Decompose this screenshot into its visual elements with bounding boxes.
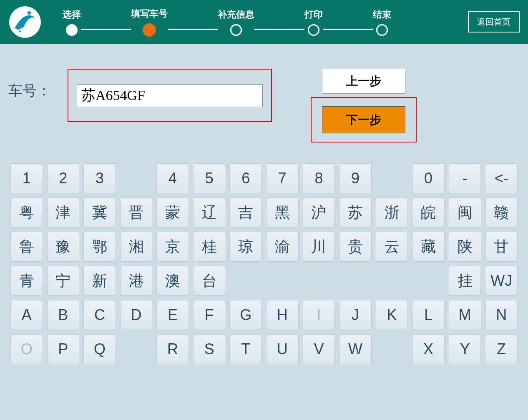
key-5[interactable]: 5 [193, 163, 226, 193]
key-鄂[interactable]: 鄂 [83, 232, 116, 262]
key-1[interactable]: 1 [10, 163, 43, 193]
key-桂[interactable]: 桂 [193, 232, 226, 262]
key-藏[interactable]: 藏 [412, 232, 445, 262]
key-苏[interactable]: 苏 [339, 198, 372, 228]
plate-input-highlight-box [68, 69, 272, 122]
key-Q[interactable]: Q [83, 334, 116, 364]
step-dot-active [143, 23, 156, 37]
key-甘[interactable]: 甘 [485, 232, 518, 262]
key-新[interactable]: 新 [83, 266, 116, 296]
key-I[interactable]: I [303, 300, 335, 330]
key-B[interactable]: B [47, 300, 80, 330]
step-label: 补充信息 [218, 8, 254, 21]
key-T[interactable]: T [229, 334, 262, 364]
nav-button-group: 上一步 下一步 [322, 69, 417, 142]
key-7[interactable]: 7 [266, 163, 299, 193]
key-O[interactable]: O [10, 334, 43, 364]
key-陕[interactable]: 陕 [449, 232, 481, 262]
key-W[interactable]: W [339, 334, 372, 364]
key-吉[interactable]: 吉 [229, 198, 262, 228]
keyboard-spacer [376, 266, 408, 296]
progress-stepper: 选择 填写车号 补充信息 打印 结束 [63, 8, 468, 37]
key--[interactable]: - [449, 163, 481, 193]
key-沪[interactable]: 沪 [303, 198, 335, 228]
header-bar: 选择 填写车号 补充信息 打印 结束 返回首页 [0, 0, 528, 44]
key-湘[interactable]: 湘 [120, 232, 153, 262]
key-G[interactable]: G [229, 300, 262, 330]
keyboard-row: 青宁新港澳台挂WJ [10, 266, 518, 296]
key-P[interactable]: P [47, 334, 80, 364]
key-F[interactable]: F [193, 300, 226, 330]
key-渝[interactable]: 渝 [266, 232, 299, 262]
key-挂[interactable]: 挂 [449, 266, 481, 296]
key-冀[interactable]: 冀 [83, 198, 116, 228]
key-港[interactable]: 港 [120, 266, 153, 296]
step-label: 选择 [63, 8, 81, 21]
key-D[interactable]: D [120, 300, 153, 330]
step-label: 打印 [304, 8, 323, 21]
key-赣[interactable]: 赣 [485, 198, 518, 228]
key-云[interactable]: 云 [376, 232, 408, 262]
keyboard-spacer [376, 334, 408, 364]
keyboard-spacer [412, 266, 445, 296]
key-台[interactable]: 台 [193, 266, 226, 296]
prev-step-button[interactable]: 上一步 [322, 69, 405, 94]
onscreen-keyboard: 1234567890-<- 粤津冀晋蒙辽吉黑沪苏浙皖闽赣 鲁豫鄂湘京桂琼渝川贵云… [8, 163, 520, 364]
key-L[interactable]: L [412, 300, 445, 330]
step-connector [168, 29, 218, 30]
key-皖[interactable]: 皖 [412, 198, 445, 228]
plate-input[interactable] [77, 84, 263, 107]
key-津[interactable]: 津 [47, 198, 80, 228]
key-K[interactable]: K [376, 300, 408, 330]
key-青[interactable]: 青 [10, 266, 43, 296]
key-鲁[interactable]: 鲁 [10, 232, 43, 262]
key-9[interactable]: 9 [339, 163, 372, 193]
key-浙[interactable]: 浙 [376, 198, 408, 228]
key-蒙[interactable]: 蒙 [156, 198, 189, 228]
key-贵[interactable]: 贵 [339, 232, 372, 262]
keyboard-row: ABCDEFGHIJKLMN [10, 300, 518, 330]
key-0[interactable]: 0 [412, 163, 445, 193]
key-X[interactable]: X [412, 334, 445, 364]
step-dot [376, 24, 388, 36]
key-川[interactable]: 川 [303, 232, 335, 262]
key-粤[interactable]: 粤 [10, 198, 43, 228]
plate-input-row: 车号： 上一步 下一步 [8, 69, 520, 142]
key-3[interactable]: 3 [83, 163, 116, 193]
key-豫[interactable]: 豫 [47, 232, 80, 262]
key-R[interactable]: R [156, 334, 189, 364]
next-step-button[interactable]: 下一步 [322, 106, 405, 133]
key-澳[interactable]: 澳 [156, 266, 189, 296]
keyboard-row: 鲁豫鄂湘京桂琼渝川贵云藏陕甘 [10, 232, 518, 262]
key-8[interactable]: 8 [303, 163, 335, 193]
key-辽[interactable]: 辽 [193, 198, 226, 228]
key-M[interactable]: M [449, 300, 481, 330]
key-6[interactable]: 6 [229, 163, 262, 193]
svg-point-1 [28, 11, 31, 15]
backspace-key[interactable]: <- [485, 163, 518, 193]
key-C[interactable]: C [83, 300, 116, 330]
key-闽[interactable]: 闽 [449, 198, 481, 228]
step-dot [230, 24, 242, 36]
key-4[interactable]: 4 [156, 163, 189, 193]
key-H[interactable]: H [266, 300, 299, 330]
plate-field-label: 车号： [8, 69, 51, 100]
key-WJ[interactable]: WJ [485, 266, 518, 296]
key-黑[interactable]: 黑 [266, 198, 299, 228]
key-琼[interactable]: 琼 [229, 232, 262, 262]
key-U[interactable]: U [266, 334, 299, 364]
key-晋[interactable]: 晋 [120, 198, 153, 228]
key-Z[interactable]: Z [485, 334, 518, 364]
key-A[interactable]: A [10, 300, 43, 330]
key-宁[interactable]: 宁 [47, 266, 80, 296]
key-京[interactable]: 京 [156, 232, 189, 262]
key-E[interactable]: E [156, 300, 189, 330]
home-button[interactable]: 返回首页 [468, 11, 520, 32]
step-connector [323, 29, 373, 30]
key-J[interactable]: J [339, 300, 372, 330]
key-Y[interactable]: Y [449, 334, 481, 364]
key-2[interactable]: 2 [47, 163, 80, 193]
key-V[interactable]: V [303, 334, 335, 364]
key-S[interactable]: S [193, 334, 226, 364]
key-N[interactable]: N [485, 300, 518, 330]
